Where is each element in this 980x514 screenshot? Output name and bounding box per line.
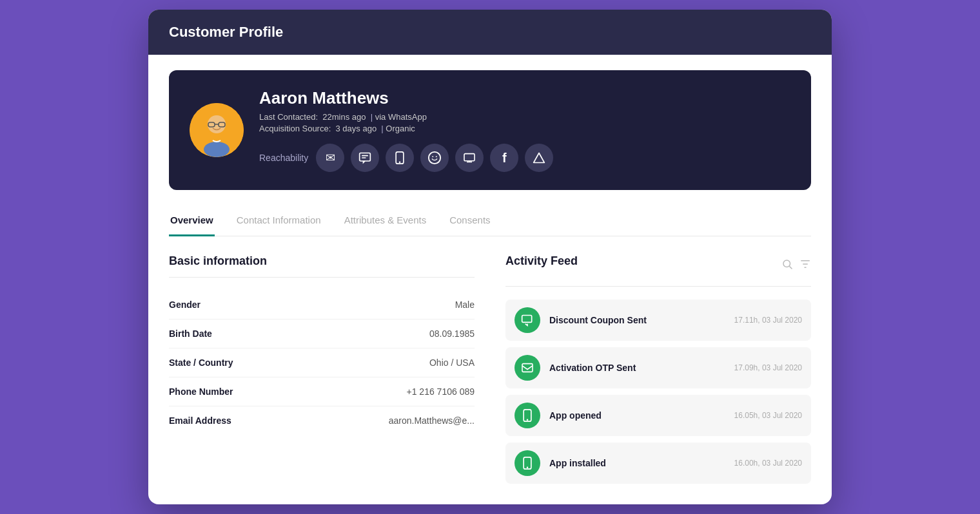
info-row-email: Email Address aaron.Matthews@e... [169, 406, 475, 435]
activity-text: App opened [549, 410, 725, 421]
basic-info-section: Basic information Gender Male Birth Date… [169, 254, 475, 484]
profile-name: Aaron Matthews [259, 88, 790, 108]
list-item: App installed 16.00h, 03 Jul 2020 [505, 443, 811, 484]
activity-time: 16.00h, 03 Jul 2020 [734, 459, 802, 468]
ads-reach-icon[interactable] [525, 144, 553, 172]
acquisition-label: Acquisition Source: [259, 124, 331, 133]
activity-text: App installed [549, 458, 725, 468]
svg-point-20 [527, 419, 529, 421]
tab-consents[interactable]: Consents [448, 208, 491, 236]
activity-text: Activation OTP Sent [549, 363, 725, 373]
svg-point-11 [436, 156, 437, 157]
info-row-state: State / Country Ohio / USA [169, 348, 475, 377]
tab-attributes[interactable]: Attributes & Events [343, 208, 428, 236]
page-title: Customer Profile [169, 24, 283, 40]
activity-feed-section: Activity Feed [505, 254, 811, 484]
basic-info-divider [169, 277, 475, 278]
last-contacted-meta: Last Contacted: 22mins ago | via WhatsAp… [259, 112, 790, 122]
activity-text: Discount Coupon Sent [549, 315, 725, 325]
svg-rect-18 [522, 364, 533, 372]
profile-info: Aaron Matthews Last Contacted: 22mins ag… [259, 88, 790, 172]
list-item: Activation OTP Sent 17.09h, 03 Jul 2020 [505, 347, 811, 388]
search-button[interactable] [781, 258, 793, 273]
state-value: Ohio / USA [429, 357, 475, 368]
phone-value: +1 216 7106 089 [407, 386, 475, 397]
info-table: Gender Male Birth Date 08.09.1985 State … [169, 290, 475, 435]
birthdate-label: Birth Date [169, 328, 212, 339]
last-contacted-channel: via WhatsApp [375, 112, 427, 122]
activity-icon-mobile [514, 403, 540, 428]
email-label: Email Address [169, 415, 231, 426]
avatar [190, 103, 244, 157]
activity-items: Discount Coupon Sent 17.11h, 03 Jul 2020… [505, 300, 811, 484]
customer-profile-card: Customer Profile [148, 10, 832, 504]
svg-point-10 [433, 156, 434, 157]
svg-rect-12 [464, 154, 475, 161]
svg-point-15 [783, 260, 790, 267]
svg-rect-17 [522, 316, 532, 323]
birthdate-value: 08.09.1985 [429, 328, 475, 339]
mobile-reach-icon[interactable] [386, 144, 414, 172]
tab-overview[interactable]: Overview [169, 208, 215, 236]
reachability-row: Reachability ✉ [259, 144, 790, 172]
svg-point-9 [429, 152, 440, 164]
activity-feed-title: Activity Feed [505, 254, 578, 268]
profile-banner: Aaron Matthews Last Contacted: 22mins ag… [169, 70, 811, 190]
list-item: App opened 16.05h, 03 Jul 2020 [505, 395, 811, 436]
activity-icon-chat [514, 307, 540, 333]
activity-time: 17.09h, 03 Jul 2020 [734, 363, 802, 372]
basic-info-title: Basic information [169, 254, 475, 268]
acquisition-meta: Acquisition Source: 3 days ago | Organic [259, 124, 790, 133]
card-header: Customer Profile [148, 10, 832, 55]
gender-value: Male [455, 300, 475, 310]
card-body: Aaron Matthews Last Contacted: 22mins ag… [148, 55, 832, 504]
email-reach-icon[interactable]: ✉ [316, 144, 344, 172]
acquisition-type: Organic [386, 124, 415, 133]
info-row-gender: Gender Male [169, 290, 475, 319]
email-value: aaron.Matthews@e... [389, 415, 475, 426]
activity-icon-email [514, 355, 540, 381]
web-reach-icon[interactable] [455, 144, 484, 172]
info-row-birthdate: Birth Date 08.09.1985 [169, 319, 475, 348]
activity-time: 17.11h, 03 Jul 2020 [734, 316, 802, 325]
svg-point-22 [527, 466, 529, 468]
gender-label: Gender [169, 300, 201, 310]
last-contacted-value: 22mins ago [322, 112, 366, 122]
main-content: Basic information Gender Male Birth Date… [169, 254, 811, 484]
svg-point-5 [204, 142, 230, 157]
tab-contact[interactable]: Contact Information [235, 208, 322, 236]
svg-rect-6 [360, 153, 371, 162]
last-contacted-label: Last Contacted: [259, 112, 318, 122]
svg-line-16 [789, 266, 792, 269]
activity-divider [505, 286, 811, 287]
info-row-phone: Phone Number +1 216 7106 089 [169, 377, 475, 406]
facebook-reach-icon[interactable]: f [490, 144, 518, 172]
tabs: Overview Contact Information Attributes … [169, 208, 811, 236]
svg-point-8 [399, 161, 401, 163]
reachability-label: Reachability [259, 153, 308, 163]
activity-time: 16.05h, 03 Jul 2020 [734, 411, 802, 420]
sms-reach-icon[interactable] [351, 144, 379, 172]
activity-actions [781, 258, 811, 273]
activity-icon-mobile2 [514, 450, 540, 476]
state-label: State / Country [169, 357, 233, 368]
filter-button[interactable] [799, 258, 811, 273]
whatsapp-reach-icon[interactable] [420, 144, 449, 172]
reach-icons: ✉ f [316, 144, 553, 172]
activity-header: Activity Feed [505, 254, 811, 277]
list-item: Discount Coupon Sent 17.11h, 03 Jul 2020 [505, 300, 811, 341]
acquisition-time: 3 days ago [336, 124, 377, 133]
phone-label: Phone Number [169, 386, 233, 397]
